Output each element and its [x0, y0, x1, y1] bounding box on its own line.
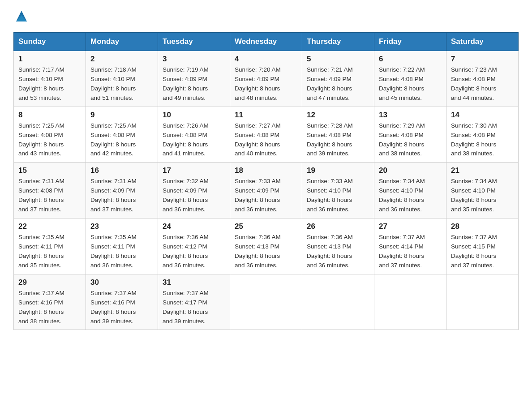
day-number: 9: [90, 111, 153, 120]
day-info: Sunrise: 7:26 AM Sunset: 4:08 PM Dayligh…: [163, 121, 225, 159]
calendar-cell: 7 Sunrise: 7:23 AM Sunset: 4:08 PM Dayli…: [446, 51, 519, 107]
day-info: Sunrise: 7:36 AM Sunset: 4:13 PM Dayligh…: [235, 233, 297, 270]
day-number: 6: [379, 55, 442, 64]
calendar-body: 1 Sunrise: 7:17 AM Sunset: 4:10 PM Dayli…: [14, 51, 519, 330]
day-info: Sunrise: 7:29 AM Sunset: 4:08 PM Dayligh…: [379, 121, 442, 159]
day-info: Sunrise: 7:32 AM Sunset: 4:09 PM Dayligh…: [163, 177, 225, 214]
day-number: 28: [451, 222, 514, 231]
calendar-cell: 3 Sunrise: 7:19 AM Sunset: 4:09 PM Dayli…: [158, 51, 230, 107]
calendar-cell: 6 Sunrise: 7:22 AM Sunset: 4:08 PM Dayli…: [374, 51, 446, 107]
logo-icon: [14, 9, 29, 23]
header-cell-tuesday: Tuesday: [158, 33, 230, 51]
day-info: Sunrise: 7:36 AM Sunset: 4:13 PM Dayligh…: [307, 233, 369, 270]
calendar-cell: 27 Sunrise: 7:37 AM Sunset: 4:14 PM Dayl…: [374, 218, 446, 274]
calendar-cell: 23 Sunrise: 7:35 AM Sunset: 4:11 PM Dayl…: [86, 218, 158, 274]
calendar-cell: 1 Sunrise: 7:17 AM Sunset: 4:10 PM Dayli…: [14, 51, 86, 107]
day-info: Sunrise: 7:20 AM Sunset: 4:09 PM Dayligh…: [235, 65, 297, 103]
calendar-table: SundayMondayTuesdayWednesdayThursdayFrid…: [13, 32, 519, 330]
day-info: Sunrise: 7:33 AM Sunset: 4:10 PM Dayligh…: [307, 177, 369, 214]
day-info: Sunrise: 7:37 AM Sunset: 4:17 PM Dayligh…: [163, 289, 225, 326]
calendar-cell: 18 Sunrise: 7:33 AM Sunset: 4:09 PM Dayl…: [230, 163, 302, 218]
day-number: 29: [18, 278, 81, 287]
day-info: Sunrise: 7:37 AM Sunset: 4:16 PM Dayligh…: [18, 289, 81, 326]
day-info: Sunrise: 7:34 AM Sunset: 4:10 PM Dayligh…: [451, 177, 514, 214]
day-number: 27: [379, 222, 442, 231]
day-info: Sunrise: 7:28 AM Sunset: 4:08 PM Dayligh…: [307, 121, 369, 159]
day-info: Sunrise: 7:23 AM Sunset: 4:08 PM Dayligh…: [451, 65, 514, 103]
calendar-header: SundayMondayTuesdayWednesdayThursdayFrid…: [14, 33, 519, 51]
calendar-cell: 31 Sunrise: 7:37 AM Sunset: 4:17 PM Dayl…: [158, 274, 230, 330]
header-cell-wednesday: Wednesday: [230, 33, 302, 51]
day-number: 18: [235, 166, 297, 175]
calendar-cell: 9 Sunrise: 7:25 AM Sunset: 4:08 PM Dayli…: [86, 107, 158, 163]
day-number: 13: [379, 111, 442, 120]
day-number: 20: [379, 166, 442, 175]
calendar-cell: 28 Sunrise: 7:37 AM Sunset: 4:15 PM Dayl…: [446, 218, 519, 274]
day-number: 23: [90, 222, 153, 231]
calendar-cell: 2 Sunrise: 7:18 AM Sunset: 4:10 PM Dayli…: [86, 51, 158, 107]
day-number: 22: [18, 222, 81, 231]
day-number: 25: [235, 222, 297, 231]
header-cell-monday: Monday: [86, 33, 158, 51]
calendar-cell: 17 Sunrise: 7:32 AM Sunset: 4:09 PM Dayl…: [158, 163, 230, 218]
day-number: 2: [90, 55, 153, 64]
day-info: Sunrise: 7:25 AM Sunset: 4:08 PM Dayligh…: [18, 121, 81, 159]
calendar-cell: [302, 274, 374, 330]
calendar-week-1: 1 Sunrise: 7:17 AM Sunset: 4:10 PM Dayli…: [14, 51, 519, 107]
day-number: 4: [235, 55, 297, 64]
day-info: Sunrise: 7:18 AM Sunset: 4:10 PM Dayligh…: [90, 65, 153, 103]
day-number: 10: [163, 111, 225, 120]
calendar-cell: 24 Sunrise: 7:36 AM Sunset: 4:12 PM Dayl…: [158, 218, 230, 274]
header-row: SundayMondayTuesdayWednesdayThursdayFrid…: [14, 33, 519, 51]
day-info: Sunrise: 7:22 AM Sunset: 4:08 PM Dayligh…: [379, 65, 442, 103]
day-info: Sunrise: 7:35 AM Sunset: 4:11 PM Dayligh…: [90, 233, 153, 270]
day-number: 1: [18, 55, 81, 64]
day-info: Sunrise: 7:35 AM Sunset: 4:11 PM Dayligh…: [18, 233, 81, 270]
calendar-cell: [446, 274, 519, 330]
calendar-cell: 13 Sunrise: 7:29 AM Sunset: 4:08 PM Dayl…: [374, 107, 446, 163]
calendar-week-2: 8 Sunrise: 7:25 AM Sunset: 4:08 PM Dayli…: [14, 107, 519, 163]
day-number: 26: [307, 222, 369, 231]
calendar-cell: 22 Sunrise: 7:35 AM Sunset: 4:11 PM Dayl…: [14, 218, 86, 274]
calendar-cell: 12 Sunrise: 7:28 AM Sunset: 4:08 PM Dayl…: [302, 107, 374, 163]
day-number: 16: [90, 166, 153, 175]
calendar-cell: 21 Sunrise: 7:34 AM Sunset: 4:10 PM Dayl…: [446, 163, 519, 218]
calendar-week-3: 15 Sunrise: 7:31 AM Sunset: 4:08 PM Dayl…: [14, 163, 519, 218]
header-cell-thursday: Thursday: [302, 33, 374, 51]
day-number: 7: [451, 55, 514, 64]
day-info: Sunrise: 7:17 AM Sunset: 4:10 PM Dayligh…: [18, 65, 81, 103]
calendar-cell: 16 Sunrise: 7:31 AM Sunset: 4:09 PM Dayl…: [86, 163, 158, 218]
day-number: 24: [163, 222, 225, 231]
calendar-cell: 29 Sunrise: 7:37 AM Sunset: 4:16 PM Dayl…: [14, 274, 86, 330]
calendar-week-4: 22 Sunrise: 7:35 AM Sunset: 4:11 PM Dayl…: [14, 218, 519, 274]
day-number: 3: [163, 55, 225, 64]
calendar-cell: [374, 274, 446, 330]
day-info: Sunrise: 7:27 AM Sunset: 4:08 PM Dayligh…: [235, 121, 297, 159]
calendar-week-5: 29 Sunrise: 7:37 AM Sunset: 4:16 PM Dayl…: [14, 274, 519, 330]
page-header: [13, 9, 519, 23]
header-cell-sunday: Sunday: [14, 33, 86, 51]
day-number: 5: [307, 55, 369, 64]
calendar-cell: 11 Sunrise: 7:27 AM Sunset: 4:08 PM Dayl…: [230, 107, 302, 163]
calendar-cell: 4 Sunrise: 7:20 AM Sunset: 4:09 PM Dayli…: [230, 51, 302, 107]
day-info: Sunrise: 7:33 AM Sunset: 4:09 PM Dayligh…: [235, 177, 297, 214]
day-number: 21: [451, 166, 514, 175]
calendar-cell: 14 Sunrise: 7:30 AM Sunset: 4:08 PM Dayl…: [446, 107, 519, 163]
day-info: Sunrise: 7:30 AM Sunset: 4:08 PM Dayligh…: [451, 121, 514, 159]
calendar-cell: 15 Sunrise: 7:31 AM Sunset: 4:08 PM Dayl…: [14, 163, 86, 218]
logo: [13, 9, 30, 23]
calendar-cell: [230, 274, 302, 330]
calendar-cell: 5 Sunrise: 7:21 AM Sunset: 4:09 PM Dayli…: [302, 51, 374, 107]
calendar-cell: 20 Sunrise: 7:34 AM Sunset: 4:10 PM Dayl…: [374, 163, 446, 218]
day-number: 12: [307, 111, 369, 120]
day-number: 14: [451, 111, 514, 120]
day-info: Sunrise: 7:37 AM Sunset: 4:16 PM Dayligh…: [90, 289, 153, 326]
calendar-cell: 8 Sunrise: 7:25 AM Sunset: 4:08 PM Dayli…: [14, 107, 86, 163]
day-number: 17: [163, 166, 225, 175]
header-cell-saturday: Saturday: [446, 33, 519, 51]
calendar-cell: 26 Sunrise: 7:36 AM Sunset: 4:13 PM Dayl…: [302, 218, 374, 274]
calendar-cell: 19 Sunrise: 7:33 AM Sunset: 4:10 PM Dayl…: [302, 163, 374, 218]
day-info: Sunrise: 7:19 AM Sunset: 4:09 PM Dayligh…: [163, 65, 225, 103]
calendar-cell: 30 Sunrise: 7:37 AM Sunset: 4:16 PM Dayl…: [86, 274, 158, 330]
day-number: 15: [18, 166, 81, 175]
